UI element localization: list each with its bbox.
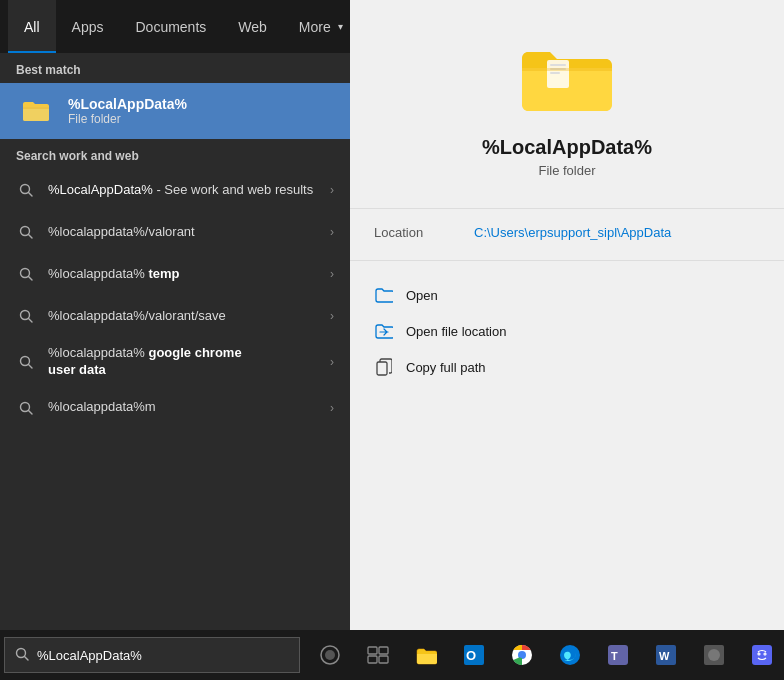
svg-rect-40 <box>752 645 772 665</box>
svg-rect-16 <box>550 64 566 66</box>
list-item[interactable]: %localappdata% temp › <box>0 253 350 295</box>
svg-rect-25 <box>379 647 388 654</box>
svg-rect-18 <box>550 72 560 74</box>
search-item-text: %localappdata% google chromeuser data <box>48 345 318 379</box>
open-file-location-icon <box>374 321 394 341</box>
list-item[interactable]: %localappdata%m › <box>0 387 350 429</box>
list-item[interactable]: %localappdata%/valorant › <box>0 211 350 253</box>
search-work-web-label: Search work and web <box>0 139 350 169</box>
copy-full-path-button[interactable]: Copy full path <box>350 349 784 385</box>
copy-icon <box>374 357 394 377</box>
svg-rect-27 <box>379 656 388 663</box>
svg-line-21 <box>25 656 29 660</box>
search-item-text: %localappdata%m <box>48 399 318 416</box>
svg-rect-26 <box>368 656 377 663</box>
svg-point-23 <box>325 650 335 660</box>
search-icon <box>16 306 36 326</box>
taskbar-search-input[interactable] <box>37 648 289 663</box>
svg-rect-24 <box>368 647 377 654</box>
cortana-icon[interactable] <box>308 630 352 680</box>
open-icon <box>374 285 394 305</box>
left-panel: All Apps Documents Web More ▾ <box>0 0 350 630</box>
discord-icon[interactable] <box>740 630 784 680</box>
chevron-right-icon: › <box>330 401 334 415</box>
result-title: %LocalAppData% <box>482 136 652 159</box>
taskbar-search-icon <box>15 647 29 664</box>
search-item-text: %localappdata%/valorant <box>48 224 318 241</box>
folder-icon-small <box>16 91 56 131</box>
folder-icon-large <box>517 40 617 120</box>
svg-text:O: O <box>466 648 476 663</box>
best-match-text: %LocalAppData% File folder <box>68 96 187 126</box>
location-label: Location <box>374 225 474 240</box>
outlook-icon[interactable]: O <box>452 630 496 680</box>
svg-point-39 <box>708 649 720 661</box>
svg-point-32 <box>519 652 525 658</box>
location-row: Location C:\Users\erpsupport_sipl\AppDat… <box>350 225 784 240</box>
file-explorer-icon[interactable] <box>404 630 448 680</box>
search-item-text: %LocalAppData% - See work and web result… <box>48 182 318 199</box>
svg-line-8 <box>29 277 33 281</box>
open-file-location-button[interactable]: Open file location <box>350 313 784 349</box>
teams-icon[interactable]: T <box>596 630 640 680</box>
chrome-icon[interactable] <box>500 630 544 680</box>
svg-rect-19 <box>377 362 387 375</box>
copy-full-path-label: Copy full path <box>406 360 486 375</box>
open-button[interactable]: Open <box>350 277 784 313</box>
tab-apps[interactable]: Apps <box>56 0 120 53</box>
taskbar-icons: O T <box>308 630 784 680</box>
best-match-item[interactable]: %LocalAppData% File folder <box>0 83 350 139</box>
tab-documents[interactable]: Documents <box>119 0 222 53</box>
search-icon <box>16 222 36 242</box>
tab-all[interactable]: All <box>8 0 56 53</box>
search-icon <box>16 352 36 372</box>
taskbar-search-bar[interactable] <box>4 637 300 673</box>
divider-2 <box>350 260 784 261</box>
list-item[interactable]: %localappdata% google chromeuser data › <box>0 337 350 387</box>
edge-icon[interactable] <box>548 630 592 680</box>
search-icon <box>16 398 36 418</box>
chevron-down-icon: ▾ <box>338 21 343 32</box>
search-icon <box>16 180 36 200</box>
taskbar: O T <box>0 630 784 680</box>
svg-text:W: W <box>659 650 670 662</box>
svg-line-6 <box>29 235 33 239</box>
svg-line-10 <box>29 319 33 323</box>
chevron-right-icon: › <box>330 183 334 197</box>
search-icon <box>16 264 36 284</box>
tab-web[interactable]: Web <box>222 0 283 53</box>
divider <box>350 208 784 209</box>
location-path[interactable]: C:\Users\erpsupport_sipl\AppData <box>474 225 671 240</box>
result-subtitle: File folder <box>538 163 595 178</box>
tabs-bar: All Apps Documents Web More ▾ <box>0 0 350 53</box>
svg-line-4 <box>29 193 33 197</box>
best-match-label: Best match <box>0 53 350 83</box>
chevron-right-icon: › <box>330 225 334 239</box>
open-label: Open <box>406 288 438 303</box>
chevron-right-icon: › <box>330 355 334 369</box>
task-view-icon[interactable] <box>356 630 400 680</box>
svg-text:T: T <box>611 650 618 662</box>
extra-icon[interactable] <box>692 630 736 680</box>
search-item-text: %localappdata%/valorant/save <box>48 308 318 325</box>
chevron-right-icon: › <box>330 309 334 323</box>
tab-more[interactable]: More ▾ <box>283 0 359 53</box>
list-item[interactable]: %localappdata%/valorant/save › <box>0 295 350 337</box>
list-item[interactable]: %LocalAppData% - See work and web result… <box>0 169 350 211</box>
svg-line-14 <box>29 410 33 414</box>
svg-line-12 <box>29 364 33 368</box>
chevron-right-icon: › <box>330 267 334 281</box>
word-icon[interactable]: W <box>644 630 688 680</box>
open-file-location-label: Open file location <box>406 324 506 339</box>
search-item-text: %localappdata% temp <box>48 266 318 283</box>
right-panel: %LocalAppData% File folder Location C:\U… <box>350 0 784 630</box>
